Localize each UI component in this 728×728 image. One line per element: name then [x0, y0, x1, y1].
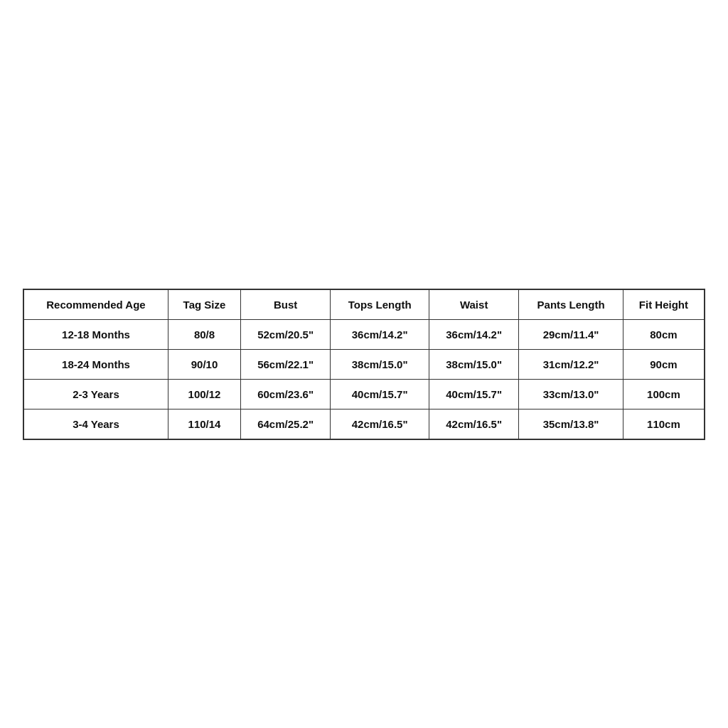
cell-tops-length: 36cm/14.2"	[331, 319, 429, 349]
header-bust: Bust	[241, 289, 331, 320]
cell-bust: 60cm/23.6"	[241, 379, 331, 409]
header-tops-length: Tops Length	[331, 289, 429, 320]
header-recommended-age: Recommended Age	[23, 289, 168, 320]
header-waist: Waist	[429, 289, 519, 320]
cell-tops-length: 42cm/16.5"	[331, 409, 429, 439]
size-chart-table: Recommended Age Tag Size Bust Tops Lengt…	[23, 289, 705, 440]
table-row: 2-3 Years100/1260cm/23.6"40cm/15.7"40cm/…	[23, 379, 705, 409]
cell-tag-size: 110/14	[168, 409, 240, 439]
cell-tag-size: 90/10	[168, 349, 240, 379]
cell-age: 12-18 Months	[23, 319, 168, 349]
table-header-row: Recommended Age Tag Size Bust Tops Lengt…	[23, 289, 705, 320]
cell-waist: 36cm/14.2"	[429, 319, 519, 349]
cell-tag-size: 80/8	[168, 319, 240, 349]
cell-waist: 38cm/15.0"	[429, 349, 519, 379]
table-row: 12-18 Months80/852cm/20.5"36cm/14.2"36cm…	[23, 319, 705, 349]
size-chart-container: Recommended Age Tag Size Bust Tops Lengt…	[23, 289, 705, 440]
header-fit-height: Fit Height	[623, 289, 705, 320]
cell-bust: 64cm/25.2"	[241, 409, 331, 439]
header-pants-length: Pants Length	[519, 289, 623, 320]
cell-waist: 40cm/15.7"	[429, 379, 519, 409]
cell-pants-length: 35cm/13.8"	[519, 409, 623, 439]
cell-fit-height: 80cm	[623, 319, 705, 349]
table-row: 18-24 Months90/1056cm/22.1"38cm/15.0"38c…	[23, 349, 705, 379]
table-row: 3-4 Years110/1464cm/25.2"42cm/16.5"42cm/…	[23, 409, 705, 439]
cell-tag-size: 100/12	[168, 379, 240, 409]
cell-bust: 52cm/20.5"	[241, 319, 331, 349]
cell-pants-length: 33cm/13.0"	[519, 379, 623, 409]
cell-age: 2-3 Years	[23, 379, 168, 409]
cell-tops-length: 38cm/15.0"	[331, 349, 429, 379]
cell-fit-height: 100cm	[623, 379, 705, 409]
cell-waist: 42cm/16.5"	[429, 409, 519, 439]
cell-age: 3-4 Years	[23, 409, 168, 439]
cell-age: 18-24 Months	[23, 349, 168, 379]
cell-tops-length: 40cm/15.7"	[331, 379, 429, 409]
header-tag-size: Tag Size	[168, 289, 240, 320]
cell-bust: 56cm/22.1"	[241, 349, 331, 379]
cell-fit-height: 110cm	[623, 409, 705, 439]
cell-fit-height: 90cm	[623, 349, 705, 379]
cell-pants-length: 29cm/11.4"	[519, 319, 623, 349]
cell-pants-length: 31cm/12.2"	[519, 349, 623, 379]
